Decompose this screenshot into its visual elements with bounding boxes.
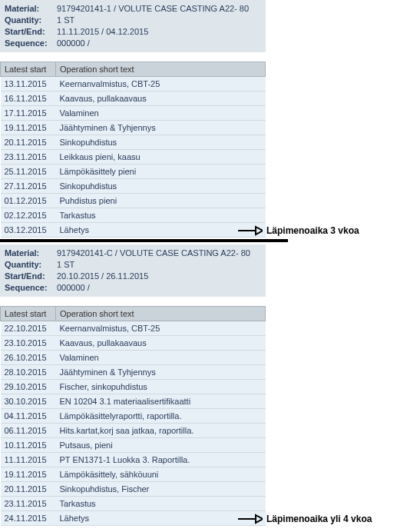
- order-block: Material:9179420141-1 / VOLUTE CASE CAST…: [0, 0, 266, 238]
- table-row[interactable]: 29.10.2015Fischer, sinkopuhdistus: [1, 380, 266, 394]
- latest-start-cell: 24.11.2015: [1, 511, 56, 526]
- table-row[interactable]: 22.10.2015Keernanvalmistus, CBT-25: [1, 321, 266, 336]
- table-row[interactable]: 26.10.2015Valaminen: [1, 351, 266, 365]
- material-label: Material:: [5, 3, 57, 15]
- latest-start-cell: 04.11.2015: [1, 409, 56, 424]
- quantity-value: 1 ST: [57, 259, 74, 271]
- latest-start-cell: 19.11.2015: [1, 121, 56, 135]
- annotation-text: Läpimenoaika yli 4 vkoa: [266, 514, 372, 524]
- latest-start-cell: 23.10.2015: [1, 336, 56, 351]
- material-label: Material:: [5, 248, 57, 259]
- sequence-label: Sequence:: [5, 38, 57, 49]
- table-row[interactable]: 23.11.2015Leikkaus pieni, kaasu: [1, 150, 266, 165]
- operation-cell: PT EN1371-1 Luokka 3. Raportilla.: [56, 453, 266, 467]
- table-row[interactable]: 30.10.2015EN 10204 3.1 materiaalisertifi…: [1, 394, 266, 409]
- operation-cell: Keernanvalmistus, CBT-25: [56, 321, 266, 336]
- table-row[interactable]: 06.11.2015Hits.kartat,korj saa jatkaa, r…: [1, 424, 266, 438]
- latest-start-cell: 22.10.2015: [1, 321, 56, 336]
- latest-start-header[interactable]: Latest start: [1, 307, 56, 321]
- svg-marker-3: [256, 515, 263, 523]
- arrow-right-icon: [238, 514, 263, 524]
- latest-start-cell: 20.11.2015: [1, 482, 56, 497]
- quantity-value: 1 ST: [57, 15, 74, 26]
- operation-cell: Valaminen: [56, 351, 266, 365]
- sequence-value: 000000 /: [57, 38, 90, 49]
- quantity-label: Quantity:: [5, 15, 57, 26]
- startend-value: 20.10.2015 / 26.11.2015: [57, 271, 148, 282]
- latest-start-cell: 06.11.2015: [1, 424, 56, 438]
- operation-cell: Lämpökäsittely pieni: [56, 165, 266, 179]
- latest-start-cell: 03.12.2015: [1, 223, 56, 238]
- order-header: Material:9179420141-1 / VOLUTE CASE CAST…: [0, 0, 266, 52]
- table-row[interactable]: 02.12.2015Tarkastus: [1, 208, 266, 223]
- latest-start-cell: 19.11.2015: [1, 467, 56, 482]
- operation-cell: Fischer, sinkopuhdistus: [56, 380, 266, 394]
- table-row[interactable]: 27.11.2015Sinkopuhdistus: [1, 179, 266, 194]
- operation-cell: Tarkastus: [56, 497, 266, 511]
- operation-cell: Jäähtyminen & Tyhjennys: [56, 121, 266, 135]
- lead-time-annotation: Läpimenoaika yli 4 vkoa: [238, 514, 372, 524]
- startend-label: Start/End:: [5, 271, 57, 282]
- latest-start-cell: 10.11.2015: [1, 438, 56, 453]
- table-row[interactable]: 20.11.2015Sinkopuhdistus, Fischer: [1, 482, 266, 497]
- operation-header[interactable]: Operation short text: [56, 62, 266, 77]
- table-row[interactable]: 10.11.2015Putsaus, pieni: [1, 438, 266, 453]
- latest-start-cell: 23.11.2015: [1, 497, 56, 511]
- section-divider: [0, 239, 288, 242]
- table-row[interactable]: 28.10.2015Jäähtyminen & Tyhjennys: [1, 365, 266, 380]
- table-row[interactable]: 03.12.2015Lähetys: [1, 223, 266, 238]
- latest-start-cell: 17.11.2015: [1, 106, 56, 121]
- table-row[interactable]: 25.11.2015Lämpökäsittely pieni: [1, 165, 266, 179]
- order-header: Material:9179420141-C / VOLUTE CASE CAST…: [0, 244, 266, 297]
- table-row[interactable]: 19.11.2015Lämpökäsittely, sähköuuni: [1, 467, 266, 482]
- table-row[interactable]: 01.12.2015Puhdistus pieni: [1, 194, 266, 208]
- svg-marker-1: [256, 227, 263, 234]
- operation-cell: Kaavaus, pullakaavaus: [56, 91, 266, 106]
- latest-start-cell: 30.10.2015: [1, 394, 56, 409]
- material-value: 9179420141-C / VOLUTE CASE CASTING A22- …: [57, 248, 250, 259]
- table-row[interactable]: 19.11.2015Jäähtyminen & Tyhjennys: [1, 121, 266, 135]
- order-block: Material:9179420141-C / VOLUTE CASE CAST…: [0, 244, 266, 526]
- operation-cell: Keernanvalmistus, CBT-25: [56, 77, 266, 91]
- table-row[interactable]: 16.11.2015Kaavaus, pullakaavaus: [1, 91, 266, 106]
- latest-start-cell: 01.12.2015: [1, 194, 56, 208]
- latest-start-cell: 23.11.2015: [1, 150, 56, 165]
- latest-start-cell: 02.12.2015: [1, 208, 56, 223]
- operation-header[interactable]: Operation short text: [56, 307, 266, 321]
- latest-start-cell: 28.10.2015: [1, 365, 56, 380]
- operation-cell: Lähetys: [56, 223, 266, 238]
- operation-cell: Leikkaus pieni, kaasu: [56, 150, 266, 165]
- arrow-right-icon: [238, 225, 263, 236]
- latest-start-cell: 20.11.2015: [1, 135, 56, 150]
- operation-cell: Lämpökäsittely, sähköuuni: [56, 467, 266, 482]
- lead-time-annotation: Läpimenoaika 3 vkoa: [238, 225, 359, 236]
- latest-start-cell: 11.11.2015: [1, 453, 56, 467]
- table-row[interactable]: 24.11.2015Lähetys: [1, 511, 266, 526]
- table-row[interactable]: 13.11.2015Keernanvalmistus, CBT-25: [1, 77, 266, 91]
- operation-cell: Putsaus, pieni: [56, 438, 266, 453]
- table-row[interactable]: 11.11.2015PT EN1371-1 Luokka 3. Raportil…: [1, 453, 266, 467]
- sequence-value: 000000 /: [57, 282, 90, 294]
- operation-cell: EN 10204 3.1 materiaalisertifikaatti: [56, 394, 266, 409]
- latest-start-cell: 13.11.2015: [1, 77, 56, 91]
- operation-cell: Lämpökäsittelyraportti, raportilla.: [56, 409, 266, 424]
- table-row[interactable]: 04.11.2015Lämpökäsittelyraportti, raport…: [1, 409, 266, 424]
- latest-start-cell: 27.11.2015: [1, 179, 56, 194]
- operation-cell: Kaavaus, pullakaavaus: [56, 336, 266, 351]
- operation-cell: Valaminen: [56, 106, 266, 121]
- annotation-text: Läpimenoaika 3 vkoa: [266, 225, 359, 236]
- table-row[interactable]: 23.11.2015Tarkastus: [1, 497, 266, 511]
- latest-start-cell: 26.10.2015: [1, 351, 56, 365]
- table-row[interactable]: 23.10.2015Kaavaus, pullakaavaus: [1, 336, 266, 351]
- operations-table: Latest startOperation short text13.11.20…: [0, 62, 266, 238]
- operation-cell: Tarkastus: [56, 208, 266, 223]
- startend-label: Start/End:: [5, 26, 57, 38]
- operation-cell: Sinkopuhdistus: [56, 135, 266, 150]
- material-value: 9179420141-1 / VOLUTE CASE CASTING A22- …: [57, 3, 249, 15]
- latest-start-header[interactable]: Latest start: [1, 62, 56, 77]
- operation-cell: Puhdistus pieni: [56, 194, 266, 208]
- operation-cell: Hits.kartat,korj saa jatkaa, raportilla.: [56, 424, 266, 438]
- table-row[interactable]: 20.11.2015Sinkopuhdistus: [1, 135, 266, 150]
- table-row[interactable]: 17.11.2015Valaminen: [1, 106, 266, 121]
- operation-cell: Jäähtyminen & Tyhjennys: [56, 365, 266, 380]
